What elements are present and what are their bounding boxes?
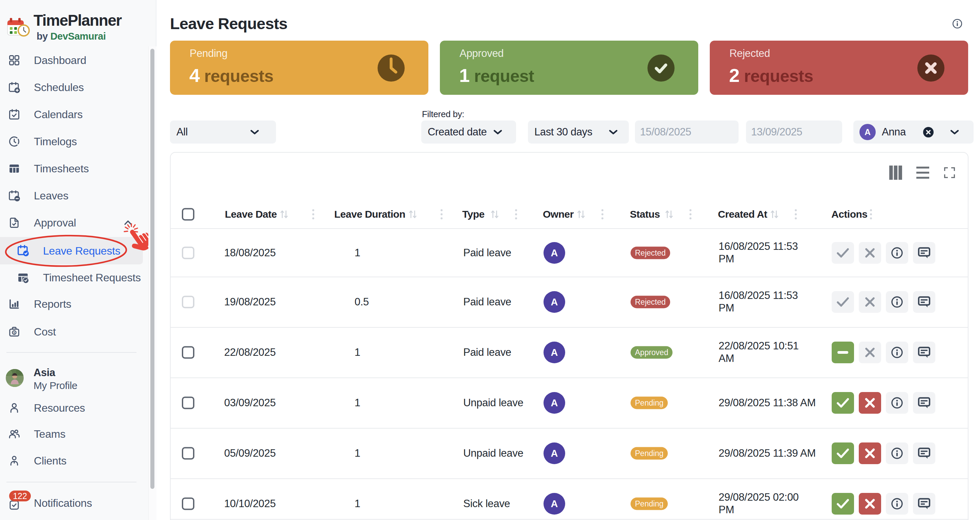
svg-text:$: $ xyxy=(14,331,15,334)
